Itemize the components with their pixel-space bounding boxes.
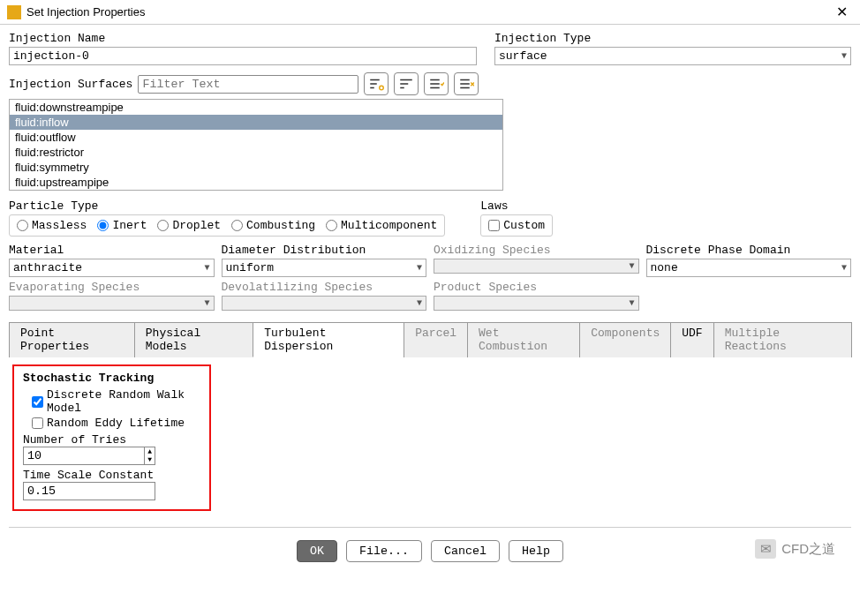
select-all-button[interactable] <box>424 72 449 95</box>
tries-input[interactable] <box>24 447 144 464</box>
wechat-icon: ✉ <box>755 539 776 559</box>
spin-down-icon[interactable]: ▼ <box>145 455 155 463</box>
footer: OK File... Cancel Help ✉ CFD之道 <box>9 535 851 571</box>
list-item[interactable]: fluid:restrictor <box>10 145 502 160</box>
particle-type-label: Particle Type <box>9 199 445 213</box>
chevron-down-icon: ▼ <box>629 298 634 308</box>
filter-options-button[interactable] <box>364 72 389 95</box>
diameter-label: Diameter Distribution <box>222 244 427 257</box>
laws-label: Laws <box>480 199 553 213</box>
tab-components: Components <box>579 322 671 357</box>
tsc-label: Time Scale Constant <box>23 469 200 482</box>
separator <box>9 527 851 528</box>
tries-spinner[interactable]: ▲▼ <box>23 447 155 465</box>
list-item[interactable]: fluid:outflow <box>10 130 502 145</box>
deselect-all-button[interactable] <box>454 72 479 95</box>
list-item[interactable]: fluid:downstreampipe <box>10 100 502 115</box>
chevron-down-icon: ▼ <box>841 263 847 273</box>
ok-button[interactable]: OK <box>297 540 337 562</box>
drw-checkbox[interactable]: Discrete Random Walk Model <box>32 388 200 415</box>
chevron-down-icon: ▼ <box>204 298 209 308</box>
particle-type-group: MasslessInertDropletCombustingMulticompo… <box>9 214 445 237</box>
surfaces-filter-input[interactable] <box>138 75 358 94</box>
chevron-down-icon: ▼ <box>204 263 209 273</box>
titlebar: Set Injection Properties ✕ <box>0 0 860 25</box>
stochastic-header: Stochastic Tracking <box>23 372 200 385</box>
rel-checkbox[interactable]: Random Eddy Lifetime <box>32 417 200 430</box>
tab-udf[interactable]: UDF <box>670 322 713 357</box>
laws-group: Custom <box>480 214 553 237</box>
list-item[interactable]: fluid:inflow <box>10 115 502 130</box>
particle-type-multicomponent[interactable]: Multicomponent <box>326 219 437 232</box>
devol-combo: ▼ <box>222 296 427 311</box>
oxidizing-combo: ▼ <box>434 259 639 274</box>
stochastic-tracking-panel: Stochastic Tracking Discrete Random Walk… <box>12 364 211 511</box>
injection-type-label: Injection Type <box>494 32 851 45</box>
diameter-combo[interactable]: uniform▼ <box>222 259 427 277</box>
list-item[interactable]: fluid:upstreampipe <box>10 175 502 190</box>
file-button[interactable]: File... <box>346 540 422 562</box>
evap-label: Evaporating Species <box>9 281 215 294</box>
spin-up-icon[interactable]: ▲ <box>145 447 155 455</box>
domain-combo[interactable]: none▼ <box>646 259 852 277</box>
tsc-input[interactable] <box>23 482 155 500</box>
material-combo[interactable]: anthracite▼ <box>9 259 215 277</box>
close-icon[interactable]: ✕ <box>831 4 853 20</box>
window-title: Set Injection Properties <box>26 5 831 19</box>
particle-type-inert[interactable]: Inert <box>97 219 147 232</box>
surfaces-label: Injection Surfaces <box>9 78 132 91</box>
oxidizing-label: Oxidizing Species <box>434 244 639 257</box>
tab-point-properties[interactable]: Point Properties <box>9 322 135 357</box>
chevron-down-icon: ▼ <box>417 298 422 308</box>
particle-type-droplet[interactable]: Droplet <box>157 219 221 232</box>
product-label: Product Species <box>434 281 639 294</box>
cancel-button[interactable]: Cancel <box>431 540 500 562</box>
domain-label: Discrete Phase Domain <box>646 244 852 257</box>
devol-label: Devolatilizing Species <box>222 281 427 294</box>
tab-turbulent-dispersion[interactable]: Turbulent Dispersion <box>253 322 404 357</box>
watermark: ✉ CFD之道 <box>755 539 835 559</box>
tab-content-turbulent-dispersion: Stochastic Tracking Discrete Random Walk… <box>9 357 851 518</box>
chevron-down-icon: ▼ <box>629 261 634 271</box>
tab-physical-models[interactable]: Physical Models <box>134 322 253 357</box>
injection-name-label: Injection Name <box>9 32 477 45</box>
surfaces-listbox[interactable]: fluid:downstreampipefluid:inflowfluid:ou… <box>9 99 503 191</box>
chevron-down-icon: ▼ <box>417 263 422 273</box>
product-combo: ▼ <box>434 296 639 311</box>
tabs: Point PropertiesPhysical ModelsTurbulent… <box>9 321 851 357</box>
evap-combo: ▼ <box>9 296 215 311</box>
svg-point-0 <box>380 86 384 90</box>
tab-parcel: Parcel <box>404 322 468 357</box>
particle-type-combusting[interactable]: Combusting <box>231 219 315 232</box>
tries-label: Number of Tries <box>23 433 200 447</box>
material-label: Material <box>9 244 215 257</box>
particle-type-massless[interactable]: Massless <box>17 219 87 232</box>
injection-type-combo[interactable]: surface ▼ <box>494 47 851 65</box>
sort-button[interactable] <box>394 72 419 95</box>
app-icon <box>7 5 21 19</box>
injection-type-value: surface <box>499 49 547 63</box>
custom-law-checkbox[interactable]: Custom <box>488 219 545 232</box>
tab-multiple-reactions: Multiple Reactions <box>713 322 852 357</box>
help-button[interactable]: Help <box>509 540 563 562</box>
injection-name-input[interactable] <box>9 47 477 65</box>
tab-wet-combustion: Wet Combustion <box>467 322 580 357</box>
list-item[interactable]: fluid:symmetry <box>10 160 502 175</box>
chevron-down-icon: ▼ <box>841 51 847 61</box>
